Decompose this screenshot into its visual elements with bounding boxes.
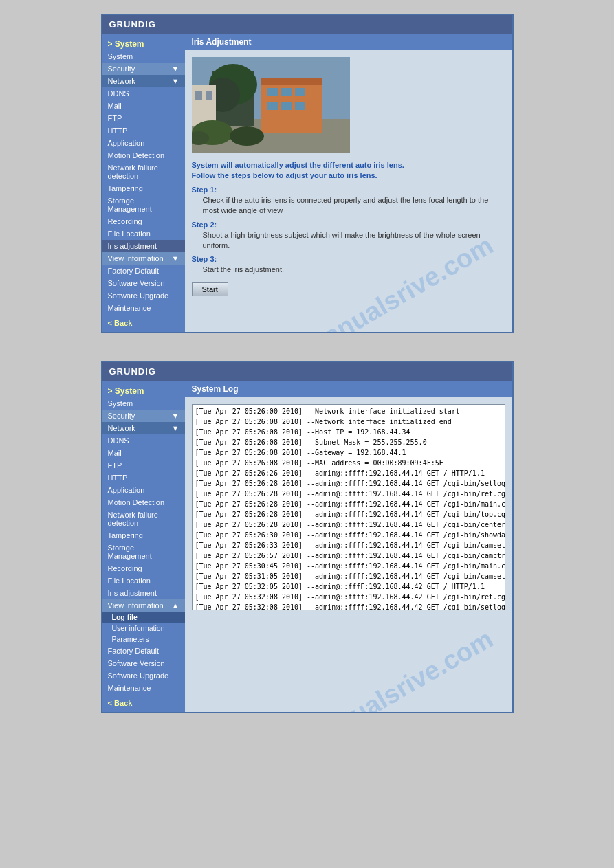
brand-logo-1: GRUNDIG [109,19,156,30]
svg-rect-3 [261,78,322,85]
panel-body-2: > System System Security▼ Network▼ DDNS … [102,381,512,712]
log-line: [Tue Apr 27 05:26:00 2010] --Network int… [195,406,502,416]
sidebar-item-network-failure-1[interactable]: Network failure detection [102,162,185,182]
sidebar-item-application-1[interactable]: Application [102,137,185,149]
sidebar-item-softwareversion-2[interactable]: Software Version [102,657,185,669]
content-body-syslog: [Tue Apr 27 05:26:00 2010] --Network int… [185,397,512,617]
content-body-iris: System will automatically adjust the dif… [185,50,512,303]
sidebar-item-tampering-2[interactable]: Tampering [102,529,185,542]
log-wrapper: [Tue Apr 27 05:26:00 2010] --Network int… [192,404,505,610]
svg-rect-9 [295,102,305,110]
sidebar-item-ddns-2[interactable]: DDNS [102,434,185,447]
step3-heading: Step 3: [192,255,505,263]
sidebar-system-title-1: > System [102,36,185,50]
sidebar-back-1[interactable]: < Back [102,317,185,329]
sidebar-item-tampering-1[interactable]: Tampering [102,182,185,194]
sidebar-item-softwareversion-1[interactable]: Software Version [102,277,185,289]
log-line: [Tue Apr 27 05:26:08 2010] --Host IP = 1… [195,427,502,437]
sidebar-item-iris-1[interactable]: Iris adjustment [102,240,185,252]
svg-rect-8 [281,102,292,110]
brand-logo-2: GRUNDIG [109,366,156,377]
sidebar-item-maintenance-1[interactable]: Maintenance [102,302,185,314]
sidebar-item-recording-1[interactable]: Recording [102,215,185,227]
sidebar-item-mail-1[interactable]: Mail [102,100,185,112]
log-line: [Tue Apr 27 05:26:28 2010] --admin@::fff… [195,489,502,499]
sidebar-item-motion-detection-1[interactable]: Motion Detection [102,149,185,162]
sidebar-item-system-1[interactable]: System [102,50,185,63]
start-button[interactable]: Start [192,282,228,296]
sidebar-item-filelocation-1[interactable]: File Location [102,227,185,240]
sidebar-item-security-1[interactable]: Security▼ [102,63,185,75]
sidebar-item-storage-2[interactable]: Storage Management [102,542,185,562]
step2-heading: Step 2: [192,221,505,229]
sidebar-subitem-parameters[interactable]: Parameters [102,634,185,645]
sidebar-item-iris-2[interactable]: Iris adjustment [102,587,185,599]
sidebar-item-filelocation-2[interactable]: File Location [102,575,185,587]
log-line: [Tue Apr 27 05:26:28 2010] --admin@::fff… [195,520,502,530]
sidebar-item-motion-detection-2[interactable]: Motion Detection [102,496,185,509]
svg-rect-15 [206,91,212,100]
svg-rect-4 [267,88,278,96]
sidebar-item-viewinfo-2[interactable]: View information▲ [102,599,185,612]
sidebar-item-application-2[interactable]: Application [102,484,185,496]
sidebar-item-network-1[interactable]: Network▼ [102,75,185,87]
sidebar-item-security-2[interactable]: Security▼ [102,410,185,422]
sidebar-item-ftp-2[interactable]: FTP [102,459,185,471]
log-area[interactable]: [Tue Apr 27 05:26:00 2010] --Network int… [192,404,505,610]
svg-rect-6 [295,88,305,96]
sidebar-item-softwareupgrade-2[interactable]: Software Upgrade [102,669,185,682]
log-line: [Tue Apr 27 05:26:28 2010] --admin@::fff… [195,509,502,520]
svg-rect-5 [281,88,292,96]
sidebar-item-network-2[interactable]: Network▼ [102,422,185,434]
content-header-iris: Iris Adjustment [185,34,512,50]
sidebar-item-network-failure-2[interactable]: Network failure detection [102,509,185,529]
sidebar-subitem-logfile[interactable]: Log file [102,612,185,623]
panel-header-2: GRUNDIG [102,362,512,381]
log-line: [Tue Apr 27 05:26:28 2010] --admin@::fff… [195,499,502,509]
page-wrapper: GRUNDIG > System System Security▼ Networ… [0,14,614,713]
log-line: [Tue Apr 27 05:26:08 2010] --MAC address… [195,458,502,468]
log-line: [Tue Apr 27 05:30:45 2010] --admin@::fff… [195,561,502,571]
sidebar-1: > System System Security▼ Network▼ DDNS … [102,34,185,332]
content-iris: Iris Adjustment [185,34,512,332]
log-line: [Tue Apr 27 05:26:30 2010] --admin@::fff… [195,530,502,540]
svg-rect-14 [195,91,202,100]
log-line: [Tue Apr 27 05:31:05 2010] --admin@::fff… [195,571,502,581]
step1-heading: Step 1: [192,186,505,194]
panel-body-1: > System System Security▼ Network▼ DDNS … [102,34,512,332]
watermark-2: manualsrive.com [298,624,498,712]
sidebar-item-viewinfo-1[interactable]: View information▼ [102,252,185,265]
sidebar-subitem-userinfo[interactable]: User information [102,623,185,634]
sidebar-item-http-1[interactable]: HTTP [102,124,185,137]
sidebar-item-factory-2[interactable]: Factory Default [102,645,185,657]
sidebar-item-system-2[interactable]: System [102,397,185,410]
content-header-syslog: System Log [185,381,512,397]
sidebar-item-factory-1[interactable]: Factory Default [102,265,185,277]
step2-text: Shoot a high-brightness subject which wi… [203,230,505,252]
log-line: [Tue Apr 27 05:32:08 2010] --admin@::fff… [195,592,502,602]
log-line: [Tue Apr 27 05:32:05 2010] --admin@::fff… [195,581,502,592]
log-line: [Tue Apr 27 05:26:08 2010] --Gateway = 1… [195,447,502,458]
iris-instruction: System will automatically adjust the dif… [192,160,505,181]
log-line: [Tue Apr 27 05:26:28 2010] --admin@::fff… [195,478,502,489]
panel-header-1: GRUNDIG [102,15,512,34]
sidebar-back-2[interactable]: < Back [102,697,185,709]
panel-iris-adjustment: GRUNDIG > System System Security▼ Networ… [101,14,514,333]
sidebar-item-maintenance-2[interactable]: Maintenance [102,682,185,694]
sidebar-item-recording-2[interactable]: Recording [102,562,185,575]
svg-rect-13 [192,85,216,126]
sidebar-item-mail-2[interactable]: Mail [102,447,185,459]
log-line: [Tue Apr 27 05:26:08 2010] --Subnet Mask… [195,437,502,447]
sidebar-item-ftp-1[interactable]: FTP [102,112,185,124]
sidebar-system-title-2: > System [102,383,185,397]
sidebar-2: > System System Security▼ Network▼ DDNS … [102,381,185,712]
sidebar-item-ddns-1[interactable]: DDNS [102,87,185,100]
log-line: [Tue Apr 27 05:26:08 2010] --Network int… [195,416,502,427]
svg-point-17 [230,126,264,146]
log-line: [Tue Apr 27 05:32:08 2010] --admin@::fff… [195,602,502,610]
sidebar-item-http-2[interactable]: HTTP [102,471,185,484]
sidebar-item-storage-1[interactable]: Storage Management [102,194,185,215]
sidebar-item-softwareupgrade-1[interactable]: Software Upgrade [102,289,185,302]
svg-rect-7 [267,102,278,110]
iris-image-container [192,57,505,155]
